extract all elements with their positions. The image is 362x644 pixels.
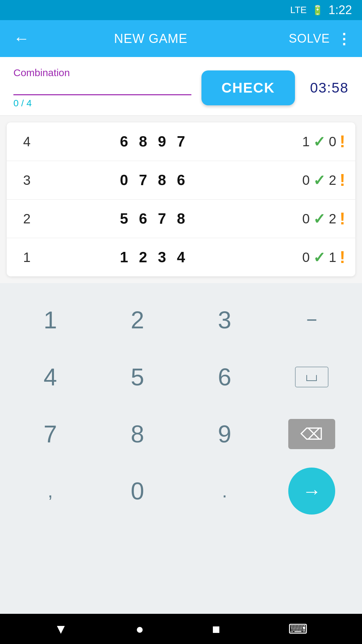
solve-button[interactable]: SOLVE xyxy=(289,32,330,46)
delete-icon-bg: ⌫ xyxy=(288,419,335,449)
status-icons: LTE 🔋 1:22 xyxy=(290,3,352,17)
key-0[interactable]: 0 xyxy=(101,464,174,518)
guess-numbers-4: 6 8 9 7 xyxy=(37,133,272,150)
correct-position-2: 0 xyxy=(302,211,310,226)
guess-results-2: 0 ✓ 2 ! xyxy=(272,209,345,228)
correct-digit-2: 2 xyxy=(329,211,336,226)
key-delete[interactable]: ⌫ xyxy=(275,407,349,461)
key-5[interactable]: 5 xyxy=(101,350,174,404)
app-bar: ← NEW GAME SOLVE ⋮ xyxy=(0,20,362,57)
enter-icon: → xyxy=(302,480,321,502)
exclaim-1: ! xyxy=(340,248,345,267)
status-time: 1:22 xyxy=(328,3,352,17)
guess-results-4: 1 ✓ 0 ! xyxy=(272,132,345,151)
backspace-icon: ⌫ xyxy=(300,425,323,443)
guess-attempt-2: 2 xyxy=(17,211,37,226)
table-row: 3 0 7 8 6 0 ✓ 2 ! xyxy=(7,161,355,200)
table-row: 2 5 6 7 8 0 ✓ 2 ! xyxy=(7,200,355,238)
guess-attempt-3: 3 xyxy=(17,173,37,188)
keyboard-row-1: 1 2 3 − xyxy=(7,293,355,347)
combination-count: 0 / 4 xyxy=(13,98,191,109)
check-button[interactable]: CHECK xyxy=(201,70,295,105)
key-space[interactable]: ⌴ xyxy=(275,350,349,404)
key-6[interactable]: 6 xyxy=(188,350,261,404)
exclaim-2: ! xyxy=(340,209,345,228)
more-button[interactable]: ⋮ xyxy=(337,30,352,47)
keyboard-row-2: 4 5 6 ⌴ xyxy=(7,350,355,404)
key-3[interactable]: 3 xyxy=(188,293,261,347)
nav-bar: ▼ ● ■ ⌨ xyxy=(0,614,362,644)
combination-area: Combination 0 / 4 xyxy=(13,67,191,109)
exclaim-3: ! xyxy=(340,170,345,190)
nav-home-icon[interactable]: ● xyxy=(136,622,144,637)
exclaim-4: ! xyxy=(340,132,345,151)
correct-position-4: 1 xyxy=(302,134,310,149)
game-section: Combination 0 / 4 CHECK 03:58 xyxy=(0,57,362,116)
check-mark-3: ✓ xyxy=(313,172,325,189)
correct-digit-3: 2 xyxy=(329,173,336,188)
enter-icon-bg: → xyxy=(288,468,335,515)
lte-icon: LTE xyxy=(290,5,307,15)
guesses-container: 4 6 8 9 7 1 ✓ 0 ! 3 0 7 8 6 0 ✓ 2 ! 2 5 … xyxy=(7,122,355,276)
key-period[interactable]: . xyxy=(188,464,261,518)
check-mark-2: ✓ xyxy=(313,210,325,227)
correct-position-3: 0 xyxy=(302,173,310,188)
guess-results-1: 0 ✓ 1 ! xyxy=(272,248,345,267)
check-mark-1: ✓ xyxy=(313,249,325,266)
guess-numbers-3: 0 7 8 6 xyxy=(37,172,272,189)
key-8[interactable]: 8 xyxy=(101,407,174,461)
guess-attempt-1: 1 xyxy=(17,250,37,265)
keyboard-row-4: , 0 . → xyxy=(7,464,355,518)
guess-numbers-2: 5 6 7 8 xyxy=(37,210,272,227)
key-4[interactable]: 4 xyxy=(13,350,87,404)
keyboard-row-3: 7 8 9 ⌫ xyxy=(7,407,355,461)
key-comma[interactable]: , xyxy=(13,464,87,518)
keyboard: 1 2 3 − 4 5 6 ⌴ 7 8 xyxy=(0,283,362,614)
table-row: 1 1 2 3 4 0 ✓ 1 ! xyxy=(7,238,355,276)
correct-digit-1: 1 xyxy=(329,250,336,265)
combination-input[interactable] xyxy=(13,82,191,95)
check-mark-4: ✓ xyxy=(313,133,325,150)
key-enter[interactable]: → xyxy=(275,464,349,518)
nav-keyboard-icon[interactable]: ⌨ xyxy=(288,621,308,637)
key-2[interactable]: 2 xyxy=(101,293,174,347)
status-bar: LTE 🔋 1:22 xyxy=(0,0,362,20)
key-minus[interactable]: − xyxy=(275,293,349,347)
nav-recents-icon[interactable]: ■ xyxy=(212,622,220,637)
nav-back-icon[interactable]: ▼ xyxy=(54,622,68,637)
guess-results-3: 0 ✓ 2 ! xyxy=(272,170,345,190)
app-title: NEW GAME xyxy=(13,32,289,46)
correct-digit-4: 0 xyxy=(329,134,336,149)
table-row: 4 6 8 9 7 1 ✓ 0 ! xyxy=(7,122,355,161)
correct-position-1: 0 xyxy=(302,250,310,265)
key-9[interactable]: 9 xyxy=(188,407,261,461)
guess-attempt-4: 4 xyxy=(17,134,37,149)
combination-label: Combination xyxy=(13,67,191,78)
timer-display: 03:58 xyxy=(305,80,349,96)
key-7[interactable]: 7 xyxy=(13,407,87,461)
key-1[interactable]: 1 xyxy=(13,293,87,347)
battery-icon: 🔋 xyxy=(312,5,323,16)
guess-numbers-1: 1 2 3 4 xyxy=(37,249,272,266)
